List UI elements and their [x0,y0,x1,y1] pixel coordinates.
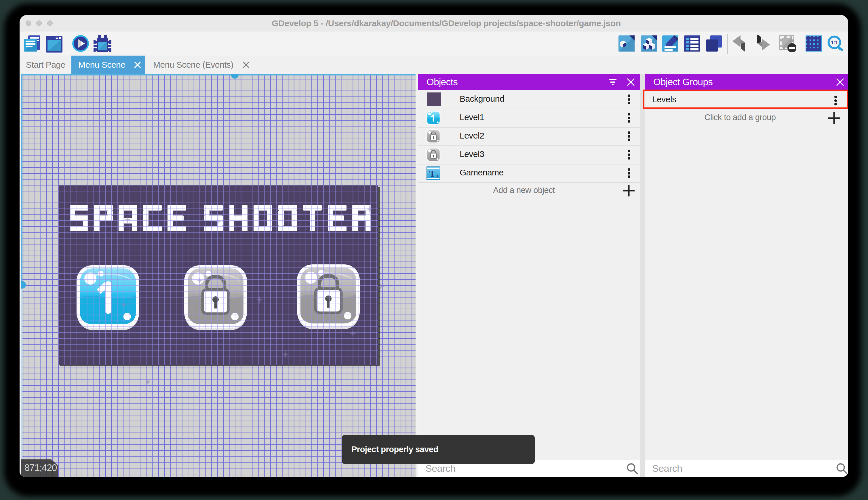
svg-text:x: x [436,173,439,179]
svg-text:T: T [430,169,435,179]
svg-text:1:1: 1:1 [831,39,838,46]
